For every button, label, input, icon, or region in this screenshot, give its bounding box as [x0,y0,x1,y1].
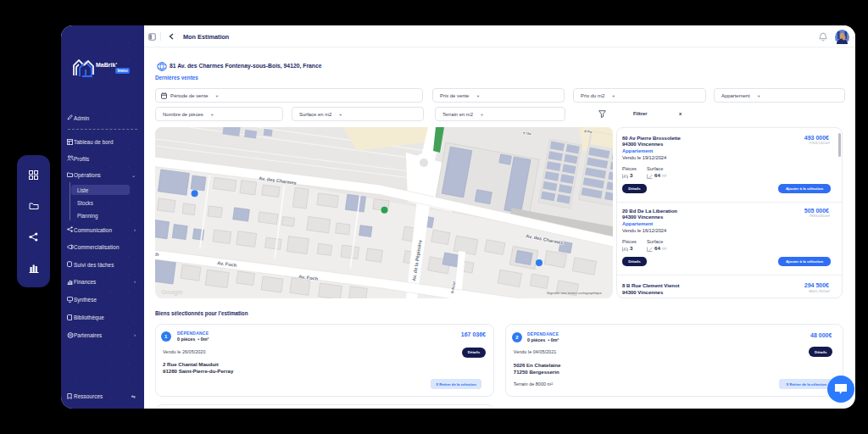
svg-text:Google: Google [161,288,183,296]
svg-text:ch: ch [155,252,159,257]
svg-text:Signaler une erreur cartograph: Signaler une erreur cartographique [547,291,603,295]
